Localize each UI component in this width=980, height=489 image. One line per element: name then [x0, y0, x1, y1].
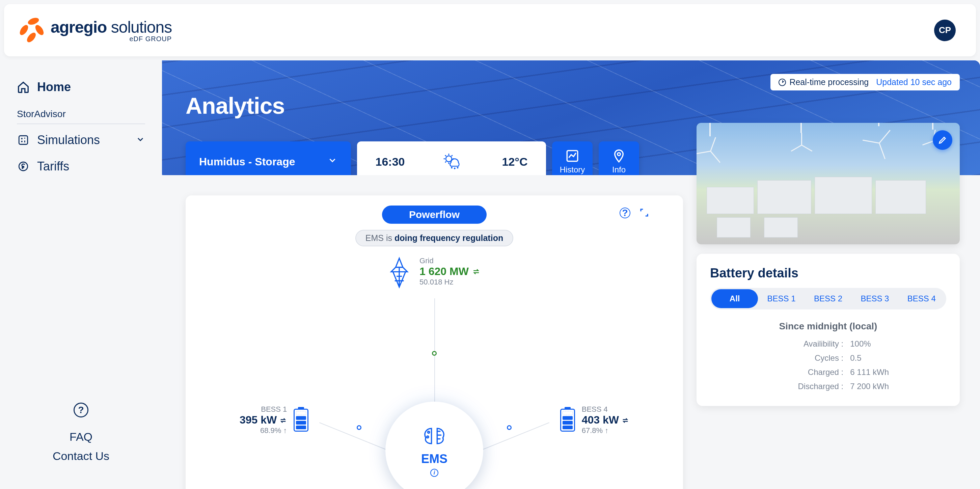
nav-section-storadvisor: StorAdvisor [17, 100, 145, 124]
battery-icon [560, 409, 575, 432]
tab-all[interactable]: All [711, 289, 758, 308]
bess4-soc: 67.8% [582, 426, 603, 435]
tab-bess3[interactable]: BESS 3 [851, 289, 898, 308]
chart-icon [565, 149, 579, 163]
page-title: Analytics [186, 92, 285, 119]
ems-info-icon[interactable]: i [430, 469, 438, 477]
ems-status-action: doing frequency regulation [395, 233, 503, 243]
pylon-icon [388, 256, 410, 290]
discharged-key: Discharged : [767, 382, 843, 391]
updated-ago: Updated 10 sec ago [876, 77, 951, 87]
nav-simulations[interactable]: Simulations [17, 127, 145, 153]
battery-heading: Battery details [710, 266, 946, 280]
chevron-down-icon [327, 155, 337, 168]
edit-photo-button[interactable] [933, 130, 952, 150]
battery-tabs: All BESS 1 BESS 2 BESS 3 BESS 4 [710, 288, 946, 309]
current-time: 16:30 [375, 155, 405, 169]
current-temp: 12°C [502, 155, 528, 169]
arrow-up-icon [605, 426, 608, 435]
simulations-icon [17, 134, 30, 147]
bidirectional-icon [279, 414, 287, 427]
nav-home[interactable]: Home [17, 74, 145, 100]
tariffs-icon [17, 160, 30, 173]
powerflow-title: Powerflow [382, 205, 487, 224]
bidirectional-icon [472, 268, 480, 276]
faq-link[interactable]: FAQ [17, 430, 145, 443]
availability-value: 100% [850, 339, 889, 349]
bess1-power: 395 kW [240, 414, 277, 426]
topbar: agregio solutions eDF GROUP CP [4, 4, 976, 56]
tab-bess2[interactable]: BESS 2 [805, 289, 851, 308]
svg-point-4 [455, 168, 455, 169]
site-selector-label: Humidus - Storage [199, 155, 295, 169]
chevron-down-icon [136, 133, 145, 147]
realtime-status: Real-time processing Updated 10 sec ago [770, 74, 960, 91]
cycles-key: Cycles : [767, 353, 843, 363]
grid-frequency: 50.018 Hz [420, 278, 480, 287]
tab-bess4[interactable]: BESS 4 [898, 289, 945, 308]
sidebar: Home StorAdvisor Simulations Tariffs ? F… [0, 61, 162, 489]
time-weather-panel: 16:30 12°C [357, 142, 546, 175]
brand-suffix: solutions [107, 18, 172, 36]
ems-status-chip: EMS is doing frequency regulation [355, 230, 513, 246]
user-avatar[interactable]: CP [934, 19, 956, 41]
bess4-node: BESS 4 403 kW 67.8% [560, 405, 629, 435]
info-button[interactable]: Info [599, 142, 639, 175]
bess4-name: BESS 4 [582, 405, 629, 414]
svg-point-2 [446, 156, 452, 162]
bidirectional-icon [622, 414, 629, 427]
discharged-value: 7 200 kWh [850, 382, 889, 391]
grid-power: 1 620 MW [420, 265, 469, 278]
expand-icon[interactable] [639, 207, 649, 220]
toolbar: Humidus - Storage 16:30 [186, 142, 639, 175]
ems-label: EMS [421, 452, 447, 466]
bess1-node: BESS 1 395 kW 68.9% [240, 405, 309, 435]
svg-point-3 [452, 167, 452, 168]
nav-tariffs-label: Tariffs [37, 159, 69, 174]
charged-key: Charged : [767, 368, 843, 377]
battery-icon [294, 409, 309, 432]
brain-icon [419, 424, 450, 449]
help-icon[interactable]: ? [73, 403, 88, 417]
sidebar-footer: ? FAQ Contact Us [17, 403, 145, 476]
pencil-icon [938, 135, 947, 145]
contact-link[interactable]: Contact Us [17, 449, 145, 463]
availability-key: Availibility : [767, 339, 843, 349]
since-label: Since midnight (local) [710, 321, 946, 332]
nav-home-label: Home [37, 80, 71, 94]
weather-icon [441, 151, 465, 172]
powerflow-card: Powerflow ? EMS is doing frequency regul… [186, 195, 683, 489]
brand-subtitle: eDF GROUP [129, 35, 172, 43]
brand-logo: agregio solutions eDF GROUP [18, 17, 172, 44]
arrow-up-icon [283, 426, 287, 435]
flow-diagram: Grid 1 620 MW 50.018 Hz [199, 256, 670, 489]
bess1-name: BESS 1 [240, 405, 287, 414]
svg-point-5 [458, 167, 458, 168]
grid-node: Grid 1 620 MW 50.018 Hz [388, 256, 480, 290]
svg-point-7 [617, 153, 620, 156]
history-button[interactable]: History [552, 142, 593, 175]
ems-node: EMS i [385, 401, 483, 489]
site-selector[interactable]: Humidus - Storage [186, 142, 351, 175]
ems-status-prefix: EMS is [366, 233, 395, 243]
svg-point-9 [427, 436, 429, 438]
clock-icon [778, 79, 786, 86]
site-photo [697, 123, 960, 244]
info-label: Info [612, 165, 626, 174]
nav-tariffs[interactable]: Tariffs [17, 153, 145, 180]
grid-label: Grid [420, 256, 480, 265]
nav-simulations-label: Simulations [37, 133, 100, 147]
tab-bess1[interactable]: BESS 1 [758, 289, 805, 308]
main: Analytics Real-time processing Updated 1… [162, 61, 980, 489]
cycles-value: 0.5 [850, 353, 889, 363]
help-icon[interactable]: ? [620, 207, 630, 218]
history-label: History [560, 165, 585, 174]
pin-icon [612, 149, 626, 163]
brand-name: agregio [51, 18, 107, 36]
bess1-soc: 68.9% [260, 426, 281, 435]
home-icon [17, 81, 30, 94]
realtime-label: Real-time processing [789, 77, 869, 87]
battery-kv: Availibility : 100% Cycles : 0.5 Charged… [767, 339, 889, 391]
svg-point-8 [428, 431, 430, 433]
bess4-power: 403 kW [582, 414, 619, 426]
